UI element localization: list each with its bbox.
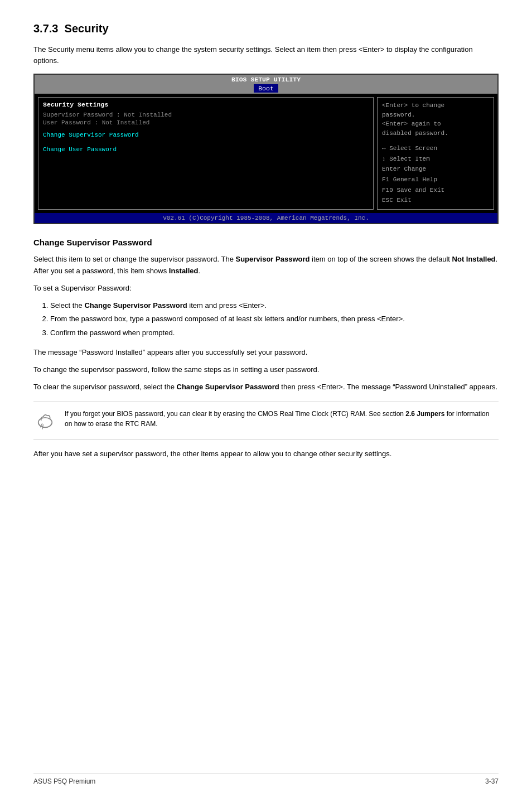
bios-help-text: <Enter> to change password. <Enter> agai… <box>382 101 489 138</box>
bios-tab-boot: Boot <box>254 84 278 93</box>
supervisor-para2: To set a Supervisor Password: <box>33 283 499 294</box>
note-icon <box>33 409 57 432</box>
bios-key-legend: ↔ Select Screen ↕ Select Item Enter Chan… <box>382 143 489 206</box>
bios-right-panel: <Enter> to change password. <Enter> agai… <box>377 97 494 210</box>
footer-right: 3-37 <box>485 777 499 785</box>
bios-user-row: User Password : Not Installed <box>43 119 369 126</box>
bios-header: BIOS SETUP UTILITY <box>35 75 497 84</box>
steps-list: Select the Change Supervisor Password it… <box>50 300 499 339</box>
page-footer: ASUS P5Q Premium 3-37 <box>33 774 499 785</box>
step-3: Confirm the password when prompted. <box>50 327 499 339</box>
bios-change-user-action: Change User Password <box>43 145 369 155</box>
step-1: Select the Change Supervisor Password it… <box>50 300 499 312</box>
note-text: If you forget your BIOS password, you ca… <box>65 409 499 429</box>
supervisor-para4: To change the supervisor password, follo… <box>33 364 499 376</box>
bios-security-settings-label: Security Settings <box>43 101 369 108</box>
bios-change-supervisor-action: Change Supervisor Password <box>43 131 369 141</box>
step-2: From the password box, type a password c… <box>50 313 499 325</box>
section-title: 3.7.3 Security <box>33 22 499 35</box>
svg-line-2 <box>42 424 43 429</box>
supervisor-para6: After you have set a supervisor password… <box>33 448 499 460</box>
bios-footer: v02.61 (C)Copyright 1985-2008, American … <box>35 213 497 223</box>
note-box: If you forget your BIOS password, you ca… <box>33 402 499 439</box>
supervisor-para3: The message “Password Installed” appears… <box>33 347 499 359</box>
bios-body: Security Settings Supervisor Password : … <box>35 94 497 213</box>
footer-left: ASUS P5Q Premium <box>33 777 95 785</box>
supervisor-para5: To clear the supervisor password, select… <box>33 381 499 393</box>
bios-left-panel: Security Settings Supervisor Password : … <box>38 97 374 210</box>
bios-screenshot: BIOS SETUP UTILITY Boot Security Setting… <box>33 74 499 224</box>
svg-point-0 <box>38 418 52 428</box>
bios-supervisor-row: Supervisor Password : Not Installed <box>43 112 369 118</box>
change-supervisor-heading: Change Supervisor Password <box>33 238 499 247</box>
bios-tab-row: Boot <box>35 84 497 94</box>
intro-paragraph: The Security menu items allow you to cha… <box>33 44 499 66</box>
supervisor-para1: Select this item to set or change the su… <box>33 254 499 277</box>
